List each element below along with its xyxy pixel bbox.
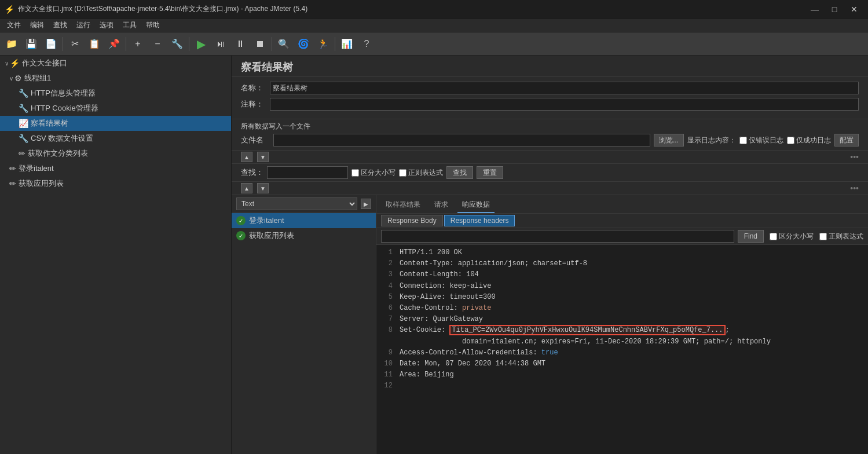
toolbar-stop2[interactable]: ⏹ — [251, 35, 269, 53]
comment-input[interactable] — [270, 98, 859, 111]
tree-label-http-header: HTTP信息头管理器 — [31, 88, 96, 98]
toolbar-chart[interactable]: 📊 — [338, 35, 356, 53]
toolbar-run[interactable]: 🏃 — [314, 35, 332, 53]
nav-up-btn2[interactable]: ▲ — [241, 183, 252, 193]
tree-item-get-app[interactable]: ✏ 获取应用列表 — [0, 176, 231, 191]
line-num-3: 3 — [381, 269, 393, 280]
result-case-label[interactable]: 区分大小写 — [770, 232, 814, 241]
search-input[interactable] — [267, 166, 348, 179]
tree-icon-group: ⚙ — [14, 74, 22, 83]
toolbar-save2[interactable]: 📄 — [42, 35, 60, 53]
reset-button[interactable]: 重置 — [477, 166, 503, 179]
tree-item-get-categories[interactable]: ✏ 获取作文分类列表 — [0, 146, 231, 161]
request-item-login[interactable]: ✓ 登录italent — [232, 213, 376, 228]
toolbar-settings[interactable]: 🔧 — [168, 35, 186, 53]
error-only-checkbox[interactable] — [739, 137, 747, 144]
status-icon-login: ✓ — [236, 216, 246, 225]
toolbar-refresh[interactable]: 🌀 — [294, 35, 313, 53]
left-list-panel: Text JSON XML HTML RegExp ▶ ✓ 登录italent — [232, 195, 376, 454]
regex-label[interactable]: 正则表达式 — [399, 168, 443, 178]
nav-down-btn2[interactable]: ▼ — [257, 183, 269, 193]
request-label-login: 登录italent — [249, 215, 284, 226]
menu-options[interactable]: 选项 — [95, 19, 118, 31]
minimize-button[interactable]: — — [805, 1, 824, 17]
resp-line-1: 1 HTTP/1.1 200 OK — [381, 247, 863, 258]
toolbar-pause[interactable]: ⏯ — [211, 35, 230, 53]
toolbar-save[interactable]: 💾 — [22, 35, 41, 53]
tree-item-http-cookie[interactable]: 🔧 HTTP Cookie管理器 — [0, 101, 231, 116]
toolbar-paste[interactable]: 📌 — [105, 35, 123, 53]
toolbar-cut[interactable]: ✂ — [65, 35, 84, 53]
line-content-9: Access-Control-Allow-Credentials: true — [400, 347, 863, 358]
toolbar-stop[interactable]: ⏸ — [231, 35, 250, 53]
case-sensitive-label[interactable]: 区分大小写 — [351, 168, 395, 178]
find-button[interactable]: 查找 — [446, 166, 473, 179]
result-search-row: Find 区分大小写 正则表达式 — [376, 228, 868, 245]
expand-arrow[interactable]: ▶ — [361, 199, 371, 209]
left-panel: ∨ ⚡ 作文大全接口 ∨ ⚙ 线程组1 🔧 HTTP信息头管理器 🔧 HTTP … — [0, 56, 232, 454]
line-num-8: 8 — [381, 325, 393, 347]
tab-request[interactable]: 请求 — [430, 197, 453, 213]
result-search-input[interactable] — [381, 230, 734, 243]
tree-item-root[interactable]: ∨ ⚡ 作文大全接口 — [0, 56, 231, 71]
result-regex-checkbox[interactable] — [819, 233, 827, 240]
result-regex-label[interactable]: 正则表达式 — [819, 232, 863, 241]
sub-tab-body[interactable]: Response Body — [381, 215, 443, 226]
sep2 — [126, 37, 126, 51]
toolbar-new[interactable]: 📁 — [2, 35, 21, 53]
tree-item-http-header[interactable]: 🔧 HTTP信息头管理器 — [0, 86, 231, 101]
tree-icon-http-cookie: 🔧 — [19, 104, 28, 113]
tree-item-login[interactable]: ✏ 登录italent — [0, 161, 231, 176]
more-options-btn2[interactable]: ••• — [850, 184, 859, 193]
toolbar-play[interactable]: ▶ — [192, 35, 210, 53]
regex-checkbox[interactable] — [399, 169, 406, 177]
response-content: 1 HTTP/1.1 200 OK 2 Content-Type: applic… — [376, 245, 868, 454]
name-input[interactable] — [270, 82, 859, 94]
title-left: ⚡ 作文大全接口.jmx (D:\TestSoft\apache-jmeter-… — [5, 4, 307, 14]
menu-file[interactable]: 文件 — [2, 19, 25, 31]
all-data-label: 所有数据写入一个文件 — [241, 122, 859, 131]
tab-sampler[interactable]: 取样器结果 — [381, 197, 425, 213]
case-sensitive-checkbox[interactable] — [351, 169, 359, 177]
maximize-button[interactable]: □ — [825, 1, 844, 17]
error-only-label[interactable]: 仅错误日志 — [739, 136, 783, 145]
menu-find[interactable]: 查找 — [49, 19, 72, 31]
tree-item-csv-data[interactable]: 🔧 CSV 数据文件设置 — [0, 131, 231, 146]
menu-run[interactable]: 运行 — [72, 19, 95, 31]
success-only-checkbox[interactable] — [787, 137, 794, 144]
comment-label: 注释： — [241, 99, 270, 109]
menu-tools[interactable]: 工具 — [118, 19, 141, 31]
config-button[interactable]: 配置 — [834, 134, 859, 147]
file-name-input[interactable] — [273, 134, 650, 147]
tree-icon-http-header: 🔧 — [19, 89, 28, 98]
line-content-10: Date: Mon, 07 Dec 2020 14:44:38 GMT — [400, 358, 863, 369]
menu-edit[interactable]: 编辑 — [25, 19, 49, 31]
toolbar-add[interactable]: + — [129, 35, 147, 53]
resp-line-7: 7 Server: QuarkGateway — [381, 314, 863, 325]
tree-label-login: 登录italent — [19, 163, 54, 174]
result-case-checkbox[interactable] — [770, 233, 777, 240]
tree-label-result-tree: 察看结果树 — [31, 118, 68, 129]
nav-up-btn[interactable]: ▲ — [241, 152, 252, 162]
browse-button[interactable]: 浏览... — [654, 134, 684, 147]
toolbar-copy[interactable]: 📋 — [85, 35, 104, 53]
sep5 — [335, 37, 335, 51]
tree-item-group1[interactable]: ∨ ⚙ 线程组1 — [0, 71, 231, 86]
text-dropdown[interactable]: Text JSON XML HTML RegExp — [236, 197, 357, 210]
more-options-btn[interactable]: ••• — [850, 152, 859, 162]
line-num-9: 9 — [381, 347, 393, 358]
toolbar-help[interactable]: ? — [357, 35, 376, 53]
request-item-getapp[interactable]: ✓ 获取应用列表 — [232, 228, 376, 243]
result-find-button[interactable]: Find — [738, 230, 764, 243]
success-only-label[interactable]: 仅成功日志 — [787, 136, 831, 145]
toolbar-remove[interactable]: − — [148, 35, 167, 53]
sub-tab-headers[interactable]: Response headers — [444, 215, 515, 226]
toolbar-search[interactable]: 🔍 — [274, 35, 293, 53]
line-content-11: Area: Beijing — [400, 369, 863, 380]
tab-response[interactable]: 响应数据 — [457, 197, 495, 213]
nav-down-btn[interactable]: ▼ — [257, 152, 269, 162]
tree-item-result-tree[interactable]: 📈 察看结果树 — [0, 116, 231, 131]
line-num-2: 2 — [381, 258, 393, 269]
close-button[interactable]: ✕ — [845, 1, 863, 17]
menu-help[interactable]: 帮助 — [141, 19, 164, 31]
